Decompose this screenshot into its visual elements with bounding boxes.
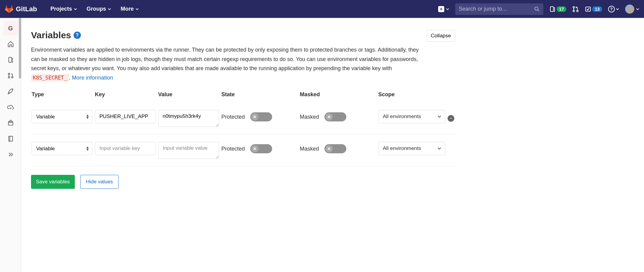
todos-icon xyxy=(585,6,591,12)
svg-point-10 xyxy=(10,108,11,109)
protected-toggle[interactable]: ✕ xyxy=(250,112,272,121)
close-icon: ✕ xyxy=(325,145,333,152)
user-menu[interactable] xyxy=(625,5,639,14)
sidebar-item-project[interactable]: G xyxy=(3,21,18,36)
scope-select[interactable]: All environments xyxy=(378,142,445,155)
svg-rect-5 xyxy=(586,7,590,11)
sidebar-item-cicd[interactable] xyxy=(3,84,18,99)
hide-values-button[interactable]: Hide values xyxy=(80,175,119,189)
gitlab-logo[interactable]: GitLab xyxy=(5,5,37,13)
svg-rect-1 xyxy=(550,7,553,12)
nav-projects[interactable]: Projects xyxy=(50,6,77,12)
sidebar-collapse-toggle[interactable] xyxy=(3,147,18,162)
scrollbar[interactable] xyxy=(19,18,21,79)
merge-requests-link[interactable] xyxy=(572,6,579,12)
search-input[interactable] xyxy=(459,6,534,12)
merge-request-icon xyxy=(572,6,579,12)
table-row: Variable▲▼ Protected✕ Masked✕ All enviro… xyxy=(31,134,455,166)
table-row: Variable▲▼ n0tmypu5h3rk4y Protected✕ Mas… xyxy=(31,103,455,134)
svg-point-8 xyxy=(8,76,10,78)
key-input[interactable] xyxy=(95,110,156,123)
main-content: Variables ? Collapse Environment variabl… xyxy=(21,18,465,272)
col-key: Key xyxy=(95,91,156,98)
help-menu[interactable]: ? xyxy=(608,6,619,12)
value-input[interactable] xyxy=(158,142,219,159)
save-button[interactable]: Save variables xyxy=(31,175,75,189)
col-scope: Scope xyxy=(378,91,445,98)
svg-rect-12 xyxy=(9,136,12,141)
left-sidebar: G xyxy=(0,18,21,272)
more-info-link[interactable]: More information xyxy=(72,75,113,81)
chevron-down-icon xyxy=(438,115,441,118)
sidebar-item-overview[interactable] xyxy=(3,37,18,51)
close-icon: ✕ xyxy=(251,113,258,121)
masked-label: Masked xyxy=(300,114,319,120)
chevron-down-icon xyxy=(636,8,639,11)
help-icon: ? xyxy=(608,6,615,12)
type-select[interactable]: Variable xyxy=(32,142,92,155)
global-search[interactable] xyxy=(455,3,543,15)
book-icon xyxy=(7,135,14,142)
svg-point-9 xyxy=(12,76,13,78)
code-snippet: K8S_SECRET_ xyxy=(31,74,69,81)
sidebar-item-operations[interactable] xyxy=(3,100,18,114)
svg-point-3 xyxy=(573,10,575,12)
scope-select[interactable]: All environments xyxy=(378,110,445,123)
svg-point-4 xyxy=(577,10,578,12)
svg-point-0 xyxy=(535,7,538,10)
sidebar-item-packages[interactable] xyxy=(3,116,18,130)
svg-rect-11 xyxy=(8,121,13,125)
remove-row-button[interactable]: − xyxy=(448,115,454,122)
section-description: Environment variables are applied to env… xyxy=(31,45,420,82)
chevron-down-icon xyxy=(108,8,111,11)
issues-link[interactable]: 17 xyxy=(549,6,566,12)
section-title: Variables ? xyxy=(31,30,81,40)
close-icon: ✕ xyxy=(325,113,333,121)
repository-icon xyxy=(7,56,14,63)
chevron-down-icon xyxy=(74,8,77,11)
svg-point-7 xyxy=(8,73,10,75)
rocket-icon xyxy=(7,88,14,95)
col-masked: Masked xyxy=(300,91,376,98)
protected-label: Protected xyxy=(221,146,245,152)
nav-more[interactable]: More xyxy=(121,6,139,12)
avatar xyxy=(625,5,634,14)
svg-rect-6 xyxy=(9,57,11,63)
merge-request-icon xyxy=(7,72,14,79)
protected-label: Protected xyxy=(221,114,245,120)
gitlab-tanuki-icon xyxy=(5,5,13,13)
chevron-down-icon xyxy=(446,8,449,11)
chevron-down-icon xyxy=(136,8,139,11)
todos-link[interactable]: 13 xyxy=(585,6,602,12)
package-icon xyxy=(7,120,14,126)
sidebar-item-wiki[interactable] xyxy=(3,131,18,146)
plus-icon: + xyxy=(438,6,444,12)
collapse-button[interactable]: Collapse xyxy=(426,30,455,42)
masked-toggle[interactable]: ✕ xyxy=(324,112,346,121)
chevron-down-icon xyxy=(438,147,441,150)
todos-count: 13 xyxy=(592,6,602,12)
masked-toggle[interactable]: ✕ xyxy=(324,144,346,153)
sidebar-item-merge-requests[interactable] xyxy=(3,68,18,83)
chevrons-right-icon xyxy=(7,151,14,158)
cloud-gear-icon xyxy=(7,104,14,110)
type-select[interactable]: Variable xyxy=(32,110,92,123)
sidebar-item-repository[interactable] xyxy=(3,53,18,67)
nav-groups[interactable]: Groups xyxy=(87,6,111,12)
issues-icon xyxy=(549,6,556,12)
help-icon[interactable]: ? xyxy=(74,32,81,39)
col-value: Value xyxy=(158,91,219,98)
issues-count: 17 xyxy=(557,6,566,12)
new-menu[interactable]: + xyxy=(438,6,449,12)
top-navbar: GitLab Projects Groups More + 17 13 ? xyxy=(0,0,644,18)
protected-toggle[interactable]: ✕ xyxy=(250,144,272,153)
search-icon xyxy=(534,6,540,12)
masked-label: Masked xyxy=(300,146,319,152)
key-input[interactable] xyxy=(95,142,156,155)
table-header-row: Type Key Value State Masked Scope xyxy=(31,91,455,98)
close-icon: ✕ xyxy=(251,145,258,152)
svg-point-2 xyxy=(573,6,575,8)
value-input[interactable]: n0tmypu5h3rk4y xyxy=(158,110,219,127)
home-icon xyxy=(7,41,14,47)
brand-text: GitLab xyxy=(16,5,37,13)
